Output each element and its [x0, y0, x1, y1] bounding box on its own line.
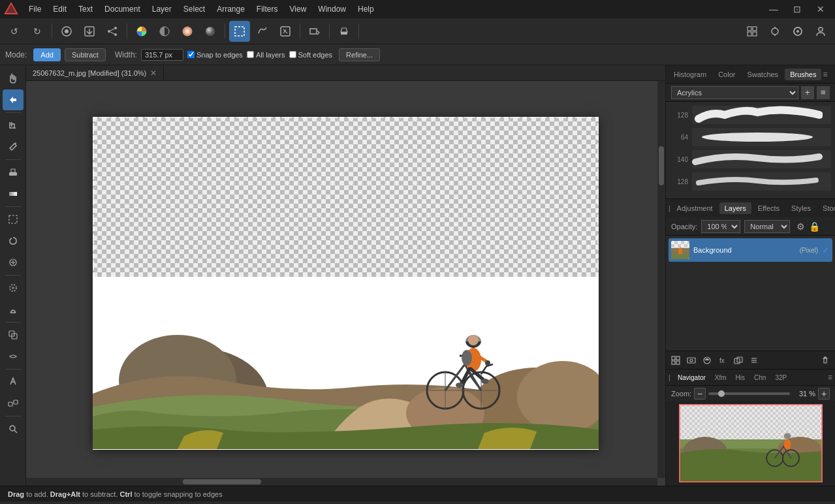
menu-select[interactable]: Select — [178, 3, 210, 16]
zoom-in-button[interactable]: + — [818, 388, 830, 400]
window-close[interactable]: ✕ — [810, 0, 831, 20]
select-rect-button[interactable] — [229, 21, 250, 42]
sphere-button[interactable] — [200, 21, 221, 42]
select-shape-dropdown[interactable] — [304, 21, 325, 42]
color-wheel-button[interactable] — [131, 21, 152, 42]
nav-panel-menu[interactable]: ≡ — [828, 373, 832, 382]
group-layers-button[interactable] — [669, 353, 683, 368]
fill-tool[interactable] — [3, 162, 24, 183]
brush-menu-button[interactable]: ≡ — [817, 86, 830, 99]
soft-edges-checkbox[interactable]: Soft edges — [289, 51, 333, 59]
refine-button[interactable]: Refine... — [339, 48, 380, 61]
zoom-tool[interactable] — [3, 418, 24, 439]
layers-panel-collapse[interactable]: | — [669, 205, 670, 212]
menu-file[interactable]: File — [24, 3, 46, 16]
history-button[interactable] — [787, 21, 808, 42]
brushes-tab[interactable]: Brushes — [785, 69, 821, 80]
select-flood-button[interactable] — [275, 21, 296, 42]
navigator-tab[interactable]: Navigator — [674, 373, 710, 383]
vertical-scrollbar[interactable] — [657, 81, 665, 478]
blend-mode-select[interactable]: Normal — [744, 220, 790, 233]
brush-item-2[interactable]: 64 — [670, 128, 831, 146]
menu-view[interactable]: View — [285, 3, 312, 16]
layer-settings-icon[interactable]: ⚙ — [796, 221, 805, 232]
zoom-slider[interactable] — [708, 392, 790, 395]
hsl-button[interactable] — [177, 21, 198, 42]
menu-window[interactable]: Window — [313, 3, 351, 16]
menu-document[interactable]: Document — [99, 3, 146, 16]
all-layers-checkbox[interactable]: All layers — [247, 51, 285, 59]
pen-tool[interactable] — [3, 371, 24, 392]
redo-button[interactable]: ↻ — [27, 21, 48, 42]
share-button[interactable] — [102, 21, 123, 42]
merge-button[interactable] — [747, 353, 761, 368]
stock-tab[interactable]: Stock — [817, 202, 835, 214]
select-freehand-button[interactable] — [252, 21, 273, 42]
32p-tab[interactable]: 32P — [771, 373, 791, 383]
duplicate-button[interactable] — [731, 353, 746, 368]
layer-lock-icon[interactable]: 🔒 — [809, 221, 820, 232]
view-personas[interactable] — [56, 21, 77, 42]
nav-panel-collapse[interactable]: | — [669, 374, 672, 381]
layers-tab[interactable]: Layers — [719, 202, 751, 214]
styles-tab[interactable]: Styles — [786, 202, 816, 214]
window-restore[interactable]: ⊡ — [787, 0, 808, 20]
export-persona[interactable] — [79, 21, 100, 42]
blur-tool[interactable] — [3, 277, 24, 298]
brush-item-3[interactable]: 140 — [670, 150, 831, 168]
swatches-tab[interactable]: Swatches — [742, 69, 783, 80]
horizontal-scrollbar-thumb[interactable] — [183, 479, 261, 484]
menu-filters[interactable]: Filters — [251, 3, 283, 16]
menu-help[interactable]: Help — [353, 3, 379, 16]
move-tool[interactable] — [3, 89, 24, 110]
tab-close-button[interactable]: ✕ — [150, 69, 157, 78]
channels-tab[interactable]: Chn — [750, 373, 770, 383]
horizontal-scrollbar[interactable] — [26, 478, 657, 486]
brush-add-button[interactable]: + — [801, 86, 814, 99]
clone-tool[interactable] — [3, 324, 24, 345]
bucket-button[interactable] — [334, 21, 354, 42]
history-tab[interactable]: His — [732, 373, 749, 383]
paint-brush-tool[interactable] — [3, 136, 24, 157]
brush-item-1[interactable]: 128 — [670, 106, 831, 124]
opacity-select[interactable]: 100 % — [701, 220, 740, 233]
hand-tool[interactable] — [3, 68, 24, 89]
smear-tool[interactable] — [3, 346, 24, 367]
adjustment-layer-button[interactable] — [700, 353, 714, 368]
brush-category-select[interactable]: Acrylics — [671, 86, 798, 99]
user-button[interactable] — [810, 21, 831, 42]
add-mode-button[interactable]: Add — [33, 48, 61, 61]
dodge-burn-tool[interactable] — [3, 299, 24, 320]
vertical-scrollbar-thumb[interactable] — [659, 146, 664, 185]
snap-edges-checkbox[interactable]: Snap to edges — [187, 51, 243, 59]
brush-preview-4[interactable] — [692, 172, 831, 191]
menu-layer[interactable]: Layer — [147, 3, 177, 16]
brush-preview-3[interactable] — [692, 150, 831, 168]
layer-item-background[interactable]: Background (Pixel) ✓ — [669, 238, 832, 262]
histogram-tab[interactable]: Histogram — [669, 69, 712, 80]
brush-item-4[interactable]: 128 — [670, 172, 831, 191]
menu-arrange[interactable]: Arrange — [212, 3, 250, 16]
color-tab[interactable]: Color — [713, 69, 740, 80]
document-tab[interactable]: 25067632_m.jpg [Modified] (31.0%) ✕ — [26, 65, 164, 80]
selection-tool[interactable] — [3, 209, 24, 230]
effects-tab[interactable]: Effects — [753, 202, 785, 214]
delete-layer-button[interactable] — [818, 353, 832, 368]
xfm-tab[interactable]: Xfm — [711, 373, 731, 383]
crop-tool[interactable] — [3, 115, 24, 136]
window-minimize[interactable]: — — [763, 0, 784, 20]
gradient-tool[interactable] — [3, 183, 24, 204]
fx-button[interactable]: fx — [716, 353, 730, 368]
menu-text[interactable]: Text — [73, 3, 98, 16]
transform-button[interactable] — [764, 21, 785, 42]
adjustment-tab[interactable]: Adjustment — [672, 202, 718, 214]
menu-edit[interactable]: Edit — [48, 3, 72, 16]
canvas-container[interactable] — [26, 81, 665, 486]
node-tool[interactable] — [3, 393, 24, 414]
lasso-tool[interactable] — [3, 230, 24, 251]
arrange-button[interactable] — [742, 21, 763, 42]
subtract-mode-button[interactable]: Subtract — [65, 48, 106, 61]
undo-button[interactable]: ↺ — [4, 21, 25, 42]
zoom-out-button[interactable]: − — [694, 388, 706, 400]
brush-preview-1[interactable] — [692, 106, 831, 124]
